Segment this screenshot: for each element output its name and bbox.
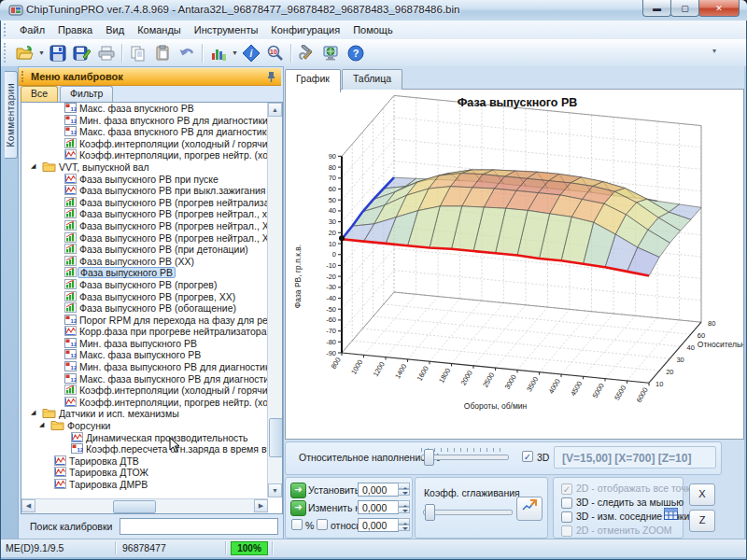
close-button[interactable]: ✕ bbox=[698, 0, 740, 17]
apply-change-button[interactable]: ➜ bbox=[290, 500, 306, 516]
menu-file[interactable]: Файл bbox=[13, 22, 51, 37]
apply-set-button[interactable]: ➜ bbox=[290, 483, 306, 498]
x-axis-button[interactable]: X bbox=[689, 483, 715, 506]
smoothing-slider[interactable] bbox=[423, 510, 513, 515]
tree-item[interactable]: Фаза выпускного РВ (при детонации) bbox=[21, 244, 282, 256]
tree-horizontal-scrollbar[interactable]: ◀ ▶ bbox=[21, 498, 268, 513]
set-value-input[interactable]: 0,000 bbox=[358, 483, 399, 497]
fill-slider-thumb[interactable] bbox=[424, 449, 434, 466]
expand-arrow[interactable]: ◢ bbox=[31, 409, 35, 416]
tree-item[interactable]: 12Мин. фаза выпускного РВ для диагностик… bbox=[21, 361, 282, 373]
tree-item[interactable]: Фаза выпускного РВ bbox=[21, 267, 282, 279]
scroll-thumb[interactable] bbox=[113, 500, 156, 513]
set-value-stepper[interactable] bbox=[398, 483, 410, 497]
surface-chart[interactable]: -90-80-70-60-50-40-30-20-100102030405060… bbox=[285, 89, 744, 440]
tree-item[interactable]: 12Мин. фаза впускного РВ для диагностики bbox=[21, 115, 282, 127]
tree-item[interactable]: Фаза выпускного РВ (прогрев нейтрал., ХХ… bbox=[21, 220, 282, 232]
tools-button[interactable] bbox=[295, 42, 319, 64]
comments-dock-tab[interactable]: Комментарии bbox=[5, 71, 18, 159]
tree-item[interactable]: Коэфф.интерполяции, прогрев нейтр. (холо… bbox=[21, 397, 282, 409]
tree-item[interactable]: Корр.фаза при прогреве нейтрализатора bbox=[21, 326, 282, 338]
scroll-thumb[interactable] bbox=[269, 418, 283, 457]
print-button[interactable] bbox=[94, 42, 119, 64]
save-button[interactable] bbox=[46, 42, 70, 64]
remote-connection-button[interactable] bbox=[319, 42, 344, 64]
scroll-down-button[interactable]: ▼ bbox=[268, 483, 282, 497]
help-button[interactable]: ? bbox=[344, 42, 368, 64]
menu-help[interactable]: Помощь bbox=[346, 22, 400, 37]
tree-item[interactable]: Фаза выпускного РВ при выкл.зажигания bbox=[21, 185, 282, 197]
minimize-button[interactable]: ▬ bbox=[642, 0, 671, 17]
tab-chart[interactable]: График bbox=[285, 69, 341, 92]
menu-edit[interactable]: Правка bbox=[51, 22, 99, 37]
open-dropdown-caret[interactable]: ▼ bbox=[37, 42, 46, 64]
find-number-button[interactable]: 10 bbox=[263, 42, 288, 64]
info-button[interactable]: i bbox=[239, 42, 263, 64]
percent-checkbox[interactable] bbox=[291, 519, 303, 530]
3d-checkbox[interactable]: ✓ bbox=[522, 451, 533, 462]
menu-view[interactable]: Вид bbox=[99, 22, 131, 37]
tab-table[interactable]: Таблица bbox=[342, 69, 402, 90]
tree-item[interactable]: Динамическая производительность bbox=[21, 432, 282, 444]
tree-item[interactable]: Фаза выпускного РВ (обогащение) bbox=[21, 302, 282, 315]
open-button[interactable] bbox=[13, 42, 37, 64]
toolbar-overflow-button[interactable]: ▾ bbox=[712, 47, 716, 55]
tree-item[interactable]: Коэфф.интерполяции, прогрев нейтр. (холо… bbox=[21, 149, 282, 161]
tree-item[interactable]: Фаза выпускного РВ (прогрев, ХХ) bbox=[21, 291, 282, 303]
tree-item[interactable]: Фаза выпускного РВ (прогрев нейтрал., хо… bbox=[21, 208, 282, 220]
tree-item[interactable]: 12Макс. фаза выпускного РВ bbox=[21, 349, 282, 361]
relative-value-input[interactable]: 0,000 bbox=[358, 518, 399, 532]
tree-item[interactable]: ◢Датчики и исп. механизмы bbox=[21, 408, 282, 420]
svg-text:5500: 5500 bbox=[613, 384, 627, 401]
tab-filter[interactable]: Фильтр bbox=[60, 86, 113, 102]
tree-item[interactable]: ◢VVT, выпускной вал bbox=[21, 161, 282, 174]
scroll-right-button[interactable]: ▶ bbox=[254, 499, 268, 512]
tree-item[interactable]: Коэфф.интерполяции (холодный / горячий ) bbox=[21, 385, 282, 397]
compare-dropdown-caret[interactable]: ▼ bbox=[231, 42, 239, 64]
title-bar[interactable]: ChipTuningPRO ver.7.4.8.969 - Antara32L_… bbox=[0, 0, 747, 21]
checkbox[interactable] bbox=[561, 497, 572, 509]
change-value-input[interactable]: 0,000 bbox=[358, 500, 399, 514]
tree-item[interactable]: Фаза выпускного РВ (ХХ) bbox=[21, 256, 282, 268]
expand-arrow[interactable]: ◢ bbox=[31, 162, 35, 170]
scroll-left-button[interactable]: ◀ bbox=[21, 499, 35, 512]
tree-item[interactable]: Фаза выпускного РВ (прогрев) bbox=[21, 279, 282, 291]
apply-smoothing-button[interactable] bbox=[516, 497, 543, 521]
menu-tools[interactable]: Инструменты bbox=[188, 22, 265, 37]
undo-button[interactable] bbox=[175, 42, 199, 64]
pin-icon[interactable] bbox=[267, 71, 275, 85]
tab-all[interactable]: Все bbox=[21, 86, 58, 102]
change-value-stepper[interactable] bbox=[398, 500, 410, 514]
z-axis-button[interactable]: Z bbox=[689, 510, 715, 532]
tree-item[interactable]: 12Коэфф.пересчета отн.заряда в время впр… bbox=[21, 443, 282, 455]
relative-value-stepper[interactable] bbox=[398, 518, 410, 532]
menu-configuration[interactable]: Конфигурация bbox=[264, 22, 346, 37]
fill-slider[interactable] bbox=[421, 455, 509, 460]
maximize-button[interactable]: ▢ bbox=[670, 0, 699, 17]
tree-vertical-scrollbar[interactable]: ▲ ▼ bbox=[267, 103, 282, 497]
tree-item[interactable]: 12Порог RPM для перехода на фазу для реж… bbox=[21, 315, 282, 327]
menu-commands[interactable]: Команды bbox=[131, 22, 188, 37]
tree-item[interactable]: 12Макс. фаза впускного РВ bbox=[21, 103, 282, 115]
tree-item[interactable]: Тарировка ДМРВ bbox=[21, 479, 282, 491]
tree-item[interactable]: 12Мин. фаза выпускного РВ bbox=[21, 338, 282, 350]
tree-item[interactable]: Фаза выпускного РВ (прогрев нейтрализато… bbox=[21, 197, 282, 209]
tree-item[interactable]: ◢Форсунки bbox=[21, 420, 282, 432]
save-as-button[interactable] bbox=[70, 42, 94, 64]
expand-arrow[interactable]: ◢ bbox=[39, 421, 44, 428]
tree-item[interactable]: Тарировка ДТВ bbox=[21, 455, 282, 468]
search-input[interactable] bbox=[120, 518, 278, 535]
paste-button[interactable] bbox=[150, 42, 175, 64]
tree-item[interactable]: Тарировка ДТОЖ bbox=[21, 467, 282, 479]
tree-item[interactable]: Коэфф.интерполяции (холодный / горячий ) bbox=[21, 138, 282, 150]
tree-item[interactable]: 12Макс. фаза выпускного РВ для диагности… bbox=[21, 373, 282, 385]
copy-button[interactable] bbox=[126, 42, 150, 64]
compare-charts-button[interactable] bbox=[206, 42, 231, 64]
tree-item[interactable]: Фаза выпускного РВ (прогрев нейтрал., ХХ… bbox=[21, 232, 282, 245]
smoothing-slider-thumb[interactable] bbox=[425, 504, 435, 521]
checkbox[interactable] bbox=[561, 511, 572, 523]
tree-item[interactable]: 12Макс. фаза впускного РВ для диагностик… bbox=[21, 126, 282, 138]
tree-item[interactable]: Фаза выпускного РВ при пуске bbox=[21, 174, 282, 186]
scroll-up-button[interactable]: ▲ bbox=[268, 103, 282, 117]
relative-checkbox[interactable] bbox=[317, 519, 328, 530]
